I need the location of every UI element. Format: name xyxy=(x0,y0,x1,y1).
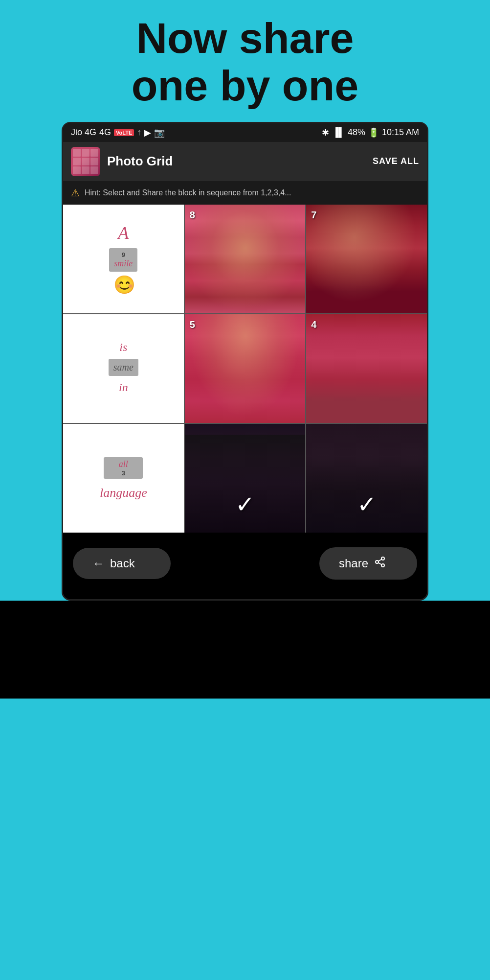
bottom-area: ← back share xyxy=(63,533,427,599)
cell-7-number: 7 xyxy=(311,210,316,221)
app-icon-cell xyxy=(73,158,81,165)
app-icon-cell xyxy=(82,166,89,174)
cell-6-line1: is xyxy=(119,341,127,354)
app-icon-cell xyxy=(73,149,81,157)
app-icon-inner xyxy=(71,147,100,176)
cell-4-number: 4 xyxy=(311,319,316,330)
grid-cell-7[interactable]: 7 xyxy=(306,205,427,313)
photo-grid: A 9 smile 😊 8 7 is xyxy=(63,205,427,533)
share-icon xyxy=(374,556,386,571)
share-button[interactable]: share xyxy=(319,547,417,580)
check-mark-2: ✓ xyxy=(235,490,255,518)
back-button[interactable]: ← back xyxy=(73,548,171,579)
grid-cell-8[interactable]: 8 xyxy=(185,205,306,313)
app-icon-cell xyxy=(90,166,98,174)
cell-6-line3: in xyxy=(119,381,128,394)
back-arrow-icon: ← xyxy=(92,557,104,570)
battery-percent: 48% xyxy=(348,127,365,138)
phone-mockup: Jio 4G 4G VoLTE ↑ ▶ 📷 ✱ ▐▌ 48% 🔋 10:15 A… xyxy=(62,122,428,601)
check-mark-1: ✓ xyxy=(357,490,377,518)
battery-icon: 🔋 xyxy=(368,127,379,138)
cell-9-number-box: 9 smile xyxy=(109,248,137,272)
bluetooth-icon: ✱ xyxy=(322,127,329,138)
grid-cell-6[interactable]: is same in xyxy=(63,314,184,423)
svg-line-4 xyxy=(379,559,382,561)
face-overlay-5 xyxy=(185,314,306,423)
warning-icon: ⚠ xyxy=(71,187,80,199)
cell-6-number-box: same xyxy=(109,359,138,376)
grid-cell-2[interactable]: ✓ xyxy=(185,424,306,533)
svg-point-0 xyxy=(381,557,384,560)
carrier-text: Jio 4G xyxy=(71,127,96,138)
grid-cell-5[interactable]: 5 xyxy=(185,314,306,423)
smile-emoji: 😊 xyxy=(113,275,135,295)
hint-bar: ⚠ Hint: Select and Share the block in se… xyxy=(63,181,427,205)
app-icon-cell xyxy=(90,149,98,157)
cell-5-number: 5 xyxy=(190,319,195,330)
cell-9-line1: A xyxy=(118,223,129,243)
top-heading-area: Now share one by one xyxy=(0,0,490,122)
app-icon-grid xyxy=(71,147,100,176)
save-all-button[interactable]: SAVE ALL xyxy=(373,156,419,166)
network-type: 4G xyxy=(99,127,111,138)
face-overlay-7 xyxy=(306,205,427,313)
grid-cell-9[interactable]: A 9 smile 😊 xyxy=(63,205,184,313)
app-icon-cell xyxy=(82,158,89,165)
youtube-icon: ▶ xyxy=(144,127,151,138)
grid-container: A 9 smile 😊 8 7 is xyxy=(63,205,427,533)
app-header: Photo Grid SAVE ALL xyxy=(63,142,427,181)
app-icon xyxy=(71,147,100,176)
svg-point-2 xyxy=(381,564,384,567)
status-left: Jio 4G 4G VoLTE ↑ ▶ 📷 xyxy=(71,127,165,138)
dress-overlay-2 xyxy=(185,435,306,533)
time-display: 10:15 AM xyxy=(382,127,419,138)
back-label: back xyxy=(110,557,135,570)
hint-text: Hint: Select and Share the block in sequ… xyxy=(85,188,291,197)
svg-point-1 xyxy=(376,560,379,563)
status-bar: Jio 4G 4G VoLTE ↑ ▶ 📷 ✱ ▐▌ 48% 🔋 10:15 A… xyxy=(63,123,427,142)
signal-bars: ▐▌ xyxy=(332,127,345,138)
volte-badge: VoLTE xyxy=(114,129,134,136)
app-icon-cell xyxy=(82,149,89,157)
app-icon-cell xyxy=(73,166,81,174)
instagram-icon: 📷 xyxy=(154,127,165,138)
status-right: ✱ ▐▌ 48% 🔋 10:15 AM xyxy=(322,127,419,138)
main-heading: Now share one by one xyxy=(10,15,480,110)
app-icon-cell xyxy=(90,158,98,165)
cell-3-number-box: all 3 xyxy=(104,457,143,479)
grid-cell-1[interactable]: ✓ xyxy=(306,424,427,533)
face-overlay-8 xyxy=(185,205,306,313)
cell-3-language: language xyxy=(100,486,147,500)
grid-cell-3[interactable]: all 3 language xyxy=(63,424,184,533)
app-title: Photo Grid xyxy=(107,154,366,169)
upload-icon: ↑ xyxy=(137,127,141,138)
cell-8-number: 8 xyxy=(190,210,195,221)
grid-cell-4[interactable]: 4 xyxy=(306,314,427,423)
bottom-black-area xyxy=(0,601,490,699)
photo-sim-4 xyxy=(306,314,427,423)
svg-line-3 xyxy=(379,562,382,564)
share-label: share xyxy=(339,557,368,570)
